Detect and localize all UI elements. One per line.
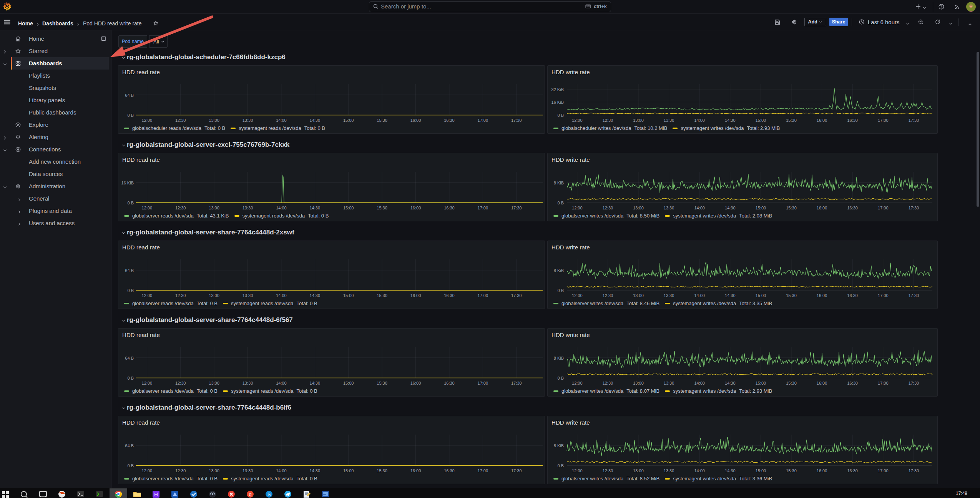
svg-text:S: S: [267, 491, 271, 497]
svg-text:H: H: [154, 491, 158, 497]
svg-text:q: q: [249, 491, 251, 497]
